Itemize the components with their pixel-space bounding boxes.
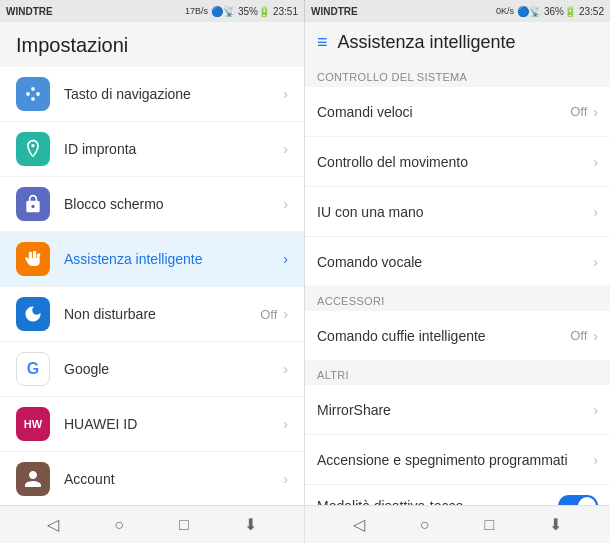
chevron-right-icon: › bbox=[283, 306, 288, 322]
item-label: Comando cuffie intelligente bbox=[317, 328, 570, 344]
item-label: MirrorShare bbox=[317, 402, 593, 418]
left-carrier: WINDTRE bbox=[6, 6, 53, 17]
left-header: Impostazioni bbox=[0, 22, 304, 67]
chevron-right-icon: › bbox=[593, 402, 598, 418]
chevron-right-icon: › bbox=[283, 471, 288, 487]
list-item[interactable]: Comandi veloci Off › bbox=[305, 87, 610, 137]
right-carrier: WINDTRE bbox=[311, 6, 358, 17]
right-panel: ≡ Assistenza intelligente CONTROLLO DEL … bbox=[305, 22, 610, 505]
list-item[interactable]: ID impronta › bbox=[0, 122, 304, 177]
settings-title: Impostazioni bbox=[16, 34, 128, 56]
down-icon[interactable]: ⬇ bbox=[549, 515, 562, 534]
item-label: ID impronta bbox=[64, 141, 283, 157]
right-header: ≡ Assistenza intelligente bbox=[305, 22, 610, 63]
item-off-label: Off bbox=[570, 328, 587, 343]
recents-icon[interactable]: □ bbox=[179, 516, 189, 534]
item-label: Controllo del movimento bbox=[317, 154, 593, 170]
chevron-right-icon: › bbox=[593, 254, 598, 270]
down-icon[interactable]: ⬇ bbox=[244, 515, 257, 534]
list-item[interactable]: G Google › bbox=[0, 342, 304, 397]
svg-rect-2 bbox=[36, 92, 39, 95]
item-label: Modalità disattiva-tocco bbox=[317, 498, 558, 505]
fingerprint-icon bbox=[16, 132, 50, 166]
item-label: Tasto di navigazione bbox=[64, 86, 283, 102]
item-label: Accensione e spegnimento programmati bbox=[317, 452, 593, 468]
svg-rect-0 bbox=[26, 92, 29, 95]
right-nav-bar: ◁ ○ □ ⬇ bbox=[305, 506, 610, 543]
left-battery: 35%🔋 bbox=[238, 6, 270, 17]
list-item[interactable]: Tasto di navigazione › bbox=[0, 67, 304, 122]
list-item[interactable]: Comando vocale › bbox=[305, 237, 610, 287]
right-icons: 🔵📡 bbox=[517, 6, 541, 17]
list-item[interactable]: HW HUAWEI ID › bbox=[0, 397, 304, 452]
list-item[interactable]: IU con una mano › bbox=[305, 187, 610, 237]
home-icon[interactable]: ○ bbox=[420, 516, 430, 534]
section-header-altri: ALTRI bbox=[305, 361, 610, 385]
right-battery: 36%🔋 bbox=[544, 6, 576, 17]
list-item[interactable]: Controllo del movimento › bbox=[305, 137, 610, 187]
chevron-right-icon: › bbox=[593, 452, 598, 468]
hand-icon bbox=[16, 242, 50, 276]
left-nav-bar: ◁ ○ □ ⬇ bbox=[0, 506, 305, 543]
chevron-right-icon: › bbox=[283, 86, 288, 102]
list-item[interactable]: Comando cuffie intelligente Off › bbox=[305, 311, 610, 361]
right-data: 0K/s bbox=[496, 6, 514, 16]
item-label: HUAWEI ID bbox=[64, 416, 283, 432]
moon-icon bbox=[16, 297, 50, 331]
list-item[interactable]: Blocco schermo › bbox=[0, 177, 304, 232]
list-item[interactable]: Account › bbox=[0, 452, 304, 505]
item-label: Blocco schermo bbox=[64, 196, 283, 212]
left-icons: 🔵📡 bbox=[211, 6, 235, 17]
right-status-bar: WINDTRE 0K/s 🔵📡 36%🔋 23:52 bbox=[305, 0, 610, 22]
list-item[interactable]: Assistenza intelligente › bbox=[0, 232, 304, 287]
item-label: IU con una mano bbox=[317, 204, 593, 220]
hamburger-icon[interactable]: ≡ bbox=[317, 32, 328, 53]
chevron-right-icon: › bbox=[593, 328, 598, 344]
right-time: 23:52 bbox=[579, 6, 604, 17]
recents-icon[interactable]: □ bbox=[485, 516, 495, 534]
left-data: 17B/s bbox=[185, 6, 208, 16]
right-content: CONTROLLO DEL SISTEMA Comandi veloci Off… bbox=[305, 63, 610, 505]
list-item[interactable]: Accensione e spegnimento programmati › bbox=[305, 435, 610, 485]
main-content: Impostazioni Tasto di navigazione › ID i… bbox=[0, 22, 610, 505]
back-icon[interactable]: ◁ bbox=[353, 515, 365, 534]
item-label: Comando vocale bbox=[317, 254, 593, 270]
home-icon[interactable]: ○ bbox=[114, 516, 124, 534]
item-label: Google bbox=[64, 361, 283, 377]
chevron-right-icon: › bbox=[593, 204, 598, 220]
list-item[interactable]: Non disturbare Off › bbox=[0, 287, 304, 342]
section-header-sistema: CONTROLLO DEL SISTEMA bbox=[305, 63, 610, 87]
chevron-right-icon: › bbox=[283, 416, 288, 432]
item-off-label: Off bbox=[260, 307, 277, 322]
item-label: Assistenza intelligente bbox=[64, 251, 283, 267]
chevron-right-icon: › bbox=[283, 196, 288, 212]
chevron-right-icon: › bbox=[593, 154, 598, 170]
right-panel-title: Assistenza intelligente bbox=[338, 32, 516, 53]
item-label: Comandi veloci bbox=[317, 104, 570, 120]
list-item[interactable]: MirrorShare › bbox=[305, 385, 610, 435]
list-item[interactable]: Modalità disattiva-tocco Evita azioni in… bbox=[305, 485, 610, 505]
svg-rect-1 bbox=[31, 87, 34, 90]
toggle-on[interactable] bbox=[558, 495, 598, 505]
left-status-bar: WINDTRE 17B/s 🔵📡 35%🔋 23:51 bbox=[0, 0, 305, 22]
account-icon bbox=[16, 462, 50, 496]
left-panel: Impostazioni Tasto di navigazione › ID i… bbox=[0, 22, 305, 505]
item-label: Non disturbare bbox=[64, 306, 260, 322]
section-header-accessori: ACCESSORI bbox=[305, 287, 610, 311]
google-icon: G bbox=[16, 352, 50, 386]
chevron-right-icon: › bbox=[283, 251, 288, 267]
status-bars: WINDTRE 17B/s 🔵📡 35%🔋 23:51 WINDTRE 0K/s… bbox=[0, 0, 610, 22]
item-off-label: Off bbox=[570, 104, 587, 119]
left-time: 23:51 bbox=[273, 6, 298, 17]
nav-bars: ◁ ○ □ ⬇ ◁ ○ □ ⬇ bbox=[0, 505, 610, 543]
huawei-icon: HW bbox=[16, 407, 50, 441]
back-icon[interactable]: ◁ bbox=[47, 515, 59, 534]
svg-rect-3 bbox=[31, 97, 34, 100]
chevron-right-icon: › bbox=[283, 361, 288, 377]
chevron-right-icon: › bbox=[283, 141, 288, 157]
lock-icon bbox=[16, 187, 50, 221]
item-label: Account bbox=[64, 471, 283, 487]
chevron-right-icon: › bbox=[593, 104, 598, 120]
nav-icon bbox=[16, 77, 50, 111]
settings-list: Tasto di navigazione › ID impronta › Blo… bbox=[0, 67, 304, 505]
